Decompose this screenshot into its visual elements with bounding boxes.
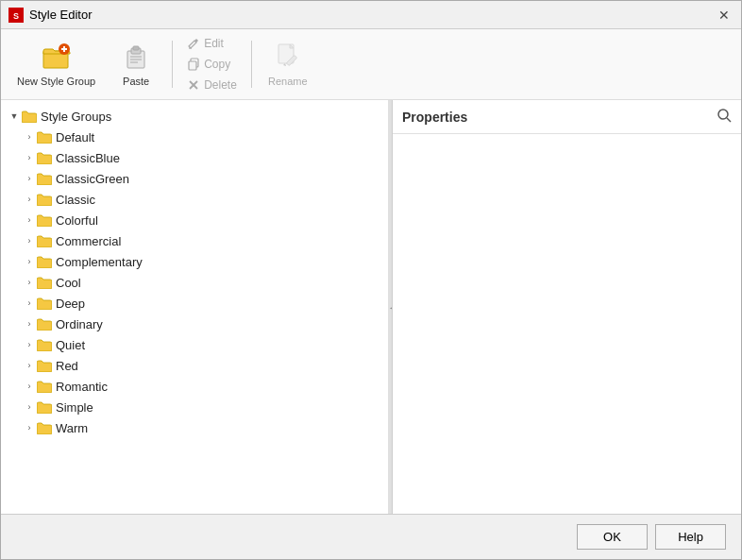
svg-rect-8 — [133, 46, 139, 50]
main-content: ▼ Style Groups › Default › — [1, 100, 741, 514]
style-editor-dialog: S Style Editor ✕ New Style Group — [0, 0, 742, 560]
properties-title: Properties — [402, 110, 467, 125]
title-bar: S Style Editor ✕ — [1, 1, 741, 29]
tree-item[interactable]: › Simple — [20, 397, 388, 417]
tree-item[interactable]: › Cool — [20, 272, 388, 293]
item-label: Commercial — [56, 234, 121, 248]
item-folder-icon — [37, 234, 52, 247]
svg-rect-5 — [63, 46, 65, 52]
item-label: Default — [56, 130, 94, 144]
rename-label: Rename — [268, 76, 308, 87]
tree-item[interactable]: › Classic — [20, 189, 388, 210]
ok-button[interactable]: OK — [577, 524, 648, 550]
item-chevron: › — [24, 256, 35, 267]
item-chevron: › — [24, 360, 35, 371]
delete-label: Delete — [204, 78, 237, 92]
item-label: Romantic — [56, 380, 108, 394]
toolbar: New Style Group Paste — [1, 29, 741, 100]
item-label: Deep — [56, 297, 85, 311]
title-bar-left: S Style Editor — [8, 8, 92, 23]
item-label: Colorful — [56, 213, 98, 228]
toolbar-separator-1 — [172, 41, 173, 88]
item-chevron: › — [24, 173, 35, 184]
svg-rect-14 — [189, 61, 196, 70]
tree-item[interactable]: › Colorful — [20, 210, 388, 230]
root-chevron: ▼ — [8, 110, 20, 122]
tree-item[interactable]: › Warm — [20, 417, 388, 438]
edit-group: Edit Copy Delete — [180, 34, 244, 94]
delete-button[interactable]: Delete — [180, 76, 244, 94]
new-style-group-label: New Style Group — [17, 76, 95, 87]
paste-icon — [121, 42, 151, 72]
copy-icon — [187, 58, 200, 71]
tree-item[interactable]: › Default — [20, 127, 388, 147]
root-folder-icon — [22, 110, 37, 123]
svg-text:S: S — [13, 11, 19, 21]
tree-item[interactable]: › Red — [20, 355, 388, 376]
item-label: Classic — [56, 193, 95, 207]
item-chevron: › — [24, 214, 35, 226]
window-title: Style Editor — [29, 8, 92, 22]
item-label: ClassicBlue — [56, 151, 120, 165]
tree-item[interactable]: › Deep — [20, 293, 388, 314]
tree-item[interactable]: › Quiet — [20, 334, 388, 355]
right-panel: Properties — [393, 100, 741, 514]
tree-item[interactable]: › Romantic — [20, 376, 388, 397]
item-chevron: › — [24, 339, 35, 350]
toolbar-separator-2 — [251, 41, 252, 88]
delete-icon — [187, 78, 200, 92]
tree-item[interactable]: › ClassicGreen — [20, 168, 388, 189]
tree-item[interactable]: › ClassicBlue — [20, 147, 388, 168]
search-icon — [717, 108, 732, 123]
item-chevron: › — [24, 152, 35, 163]
item-label: Ordinary — [56, 317, 103, 331]
edit-label: Edit — [204, 37, 224, 50]
tree-root-item[interactable]: ▼ Style Groups — [5, 106, 388, 127]
paste-label: Paste — [123, 76, 149, 87]
item-folder-icon — [37, 172, 52, 185]
left-panel: ▼ Style Groups › Default › — [1, 100, 393, 514]
item-chevron: › — [24, 297, 35, 309]
item-folder-icon — [37, 359, 52, 372]
item-folder-icon — [37, 151, 52, 164]
paste-button[interactable]: Paste — [108, 37, 164, 92]
rename-button[interactable]: Rename — [260, 37, 316, 92]
item-folder-icon — [37, 276, 52, 289]
item-label: ClassicGreen — [56, 172, 129, 186]
edit-button[interactable]: Edit — [180, 34, 244, 53]
item-chevron: › — [24, 277, 35, 288]
svg-line-21 — [727, 118, 731, 122]
item-folder-icon — [37, 297, 52, 310]
item-chevron: › — [24, 318, 35, 330]
copy-button[interactable]: Copy — [180, 55, 244, 74]
app-icon: S — [8, 8, 24, 23]
item-chevron: › — [24, 422, 35, 433]
item-chevron: › — [24, 194, 35, 205]
item-chevron: › — [24, 381, 35, 392]
item-label: Complementary — [56, 255, 143, 269]
new-style-group-button[interactable]: New Style Group — [8, 37, 104, 92]
tree-item[interactable]: › Complementary — [20, 251, 388, 272]
item-chevron: › — [24, 235, 35, 246]
item-folder-icon — [37, 130, 52, 144]
item-folder-icon — [37, 193, 52, 206]
root-label: Style Groups — [41, 110, 111, 124]
item-folder-icon — [37, 400, 52, 414]
tree-item[interactable]: › Ordinary — [20, 314, 388, 334]
footer: OK Help — [1, 514, 741, 559]
edit-icon — [187, 37, 200, 50]
item-folder-icon — [37, 213, 52, 227]
item-folder-icon — [37, 421, 52, 434]
search-button[interactable] — [717, 108, 732, 126]
item-folder-icon — [37, 255, 52, 268]
item-label: Warm — [56, 421, 88, 435]
tree-view: ▼ Style Groups › Default › — [1, 100, 392, 444]
item-folder-icon — [37, 380, 52, 393]
close-button[interactable]: ✕ — [715, 6, 734, 25]
tree-item[interactable]: › Commercial — [20, 230, 388, 251]
item-label: Cool — [56, 276, 81, 290]
rename-icon — [273, 42, 303, 72]
help-button[interactable]: Help — [655, 524, 726, 550]
new-style-group-icon — [42, 42, 72, 72]
item-label: Simple — [56, 400, 93, 415]
